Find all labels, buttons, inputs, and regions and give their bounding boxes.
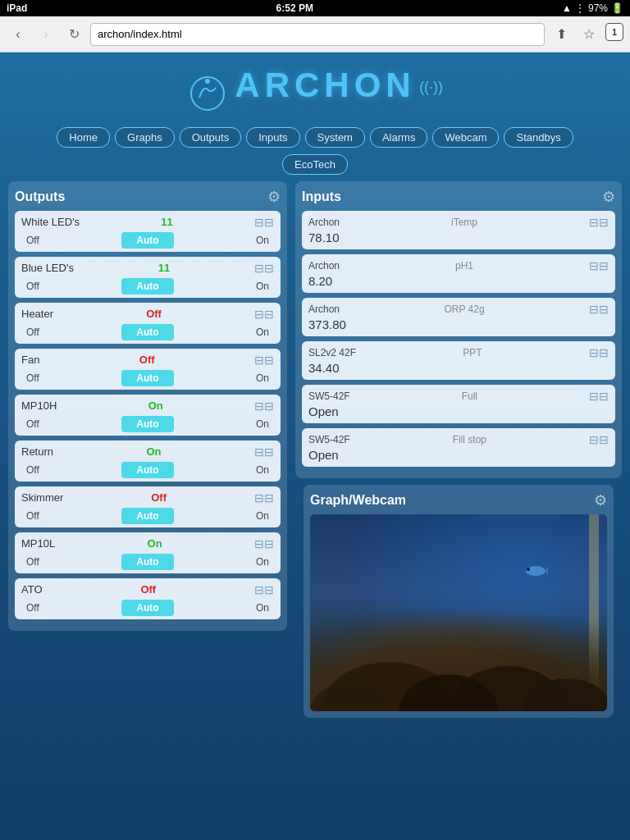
back-button[interactable]: ‹ <box>7 23 30 46</box>
input-type-ph1: pH1 <box>455 260 473 272</box>
main-content: Outputs ⚙ White LED's 11 ⊟⊟ Off Auto On <box>0 181 630 718</box>
off-btn-heater[interactable]: Off <box>21 325 44 340</box>
nav-system[interactable]: System <box>305 127 365 148</box>
auto-btn-skimmer[interactable]: Auto <box>121 508 173 524</box>
outputs-gear-icon[interactable]: ⚙ <box>267 188 281 206</box>
forward-button[interactable]: › <box>34 23 57 46</box>
off-btn-return[interactable]: Off <box>21 463 44 477</box>
tab-count[interactable]: 1 <box>605 23 623 41</box>
off-btn-mp10h[interactable]: Off <box>21 417 44 431</box>
off-btn-mp10l[interactable]: Off <box>21 555 44 569</box>
input-source-itemp: Archon <box>308 217 340 228</box>
input-source-ppt: SL2v2 42F <box>308 347 356 358</box>
graph-gear-icon[interactable]: ⚙ <box>594 491 607 509</box>
on-btn-mp10h[interactable]: On <box>251 417 274 431</box>
auto-btn-mp10l[interactable]: Auto <box>121 554 173 570</box>
battery-icon: 🔋 <box>611 2 623 14</box>
bookmark-button[interactable]: ☆ <box>578 23 600 46</box>
outputs-panel: Outputs ⚙ White LED's 11 ⊟⊟ Off Auto On <box>8 181 287 631</box>
nav-graphs[interactable]: Graphs <box>115 127 175 148</box>
input-card-ph1: Archon pH1 ⊟⊟ 8.20 <box>302 254 615 293</box>
filter-icon-mp10l: ⊟⊟ <box>254 537 274 550</box>
on-btn-mp10l[interactable]: On <box>251 555 274 569</box>
auto-btn-blue-leds[interactable]: Auto <box>121 278 173 294</box>
input-card-full: SW5-42F Full ⊟⊟ Open <box>302 385 615 423</box>
svg-point-4 <box>527 568 530 571</box>
inputs-gear-icon[interactable]: ⚙ <box>602 188 615 206</box>
on-btn-heater[interactable]: On <box>251 325 274 340</box>
input-value-ph1: 8.20 <box>308 272 609 288</box>
nav-webcam[interactable]: Webcam <box>432 127 499 148</box>
graph-title: Graph/Webcam <box>310 493 406 508</box>
filter-icon-mp10h: ⊟⊟ <box>254 399 274 413</box>
input-value-itemp: 78.10 <box>308 229 609 244</box>
device-status-mp10l: On <box>148 537 162 550</box>
device-card-heater: Heater Off ⊟⊟ Off Auto On <box>15 303 281 344</box>
auto-btn-fan[interactable]: Auto <box>121 370 173 386</box>
device-name-heater: Heater <box>21 308 53 320</box>
filter-icon-itemp: ⊟⊟ <box>589 216 609 229</box>
aquarium-fish <box>523 564 548 581</box>
input-type-fillstop: Fill stop <box>453 434 486 445</box>
filter-icon-full: ⊟⊟ <box>589 390 609 403</box>
filter-icon-fan: ⊟⊟ <box>254 354 274 367</box>
nav-alarms[interactable]: Alarms <box>370 127 427 148</box>
nav-home[interactable]: Home <box>57 127 110 148</box>
input-value-full: Open <box>308 403 609 418</box>
logo-icon <box>187 73 228 114</box>
nav-outputs[interactable]: Outputs <box>180 127 242 148</box>
graph-header: Graph/Webcam ⚙ <box>310 491 607 509</box>
input-source-full: SW5-42F <box>308 390 350 402</box>
device-name-return: Return <box>21 445 53 458</box>
nav-standbys[interactable]: Standbys <box>504 127 573 148</box>
auto-btn-heater[interactable]: Auto <box>121 324 173 340</box>
nav-inputs[interactable]: Inputs <box>246 127 299 148</box>
device-name-white-leds: White LED's <box>21 216 80 228</box>
off-btn-white-leds[interactable]: Off <box>21 233 44 248</box>
status-carrier: iPad <box>7 2 27 14</box>
on-btn-blue-leds[interactable]: On <box>251 279 274 294</box>
logo-area: ARCHON ((·)) <box>0 52 630 121</box>
svg-marker-3 <box>546 566 548 576</box>
device-status-white-leds: 11 <box>161 216 172 228</box>
device-card-fan: Fan Off ⊟⊟ Off Auto On <box>15 349 281 390</box>
reload-button[interactable]: ↻ <box>62 23 85 46</box>
device-name-mp10h: MP10H <box>21 399 57 412</box>
coral-svg <box>310 596 607 711</box>
off-btn-ato[interactable]: Off <box>21 600 44 615</box>
input-card-ppt: SL2v2 42F PPT ⊟⊟ 34.40 <box>302 341 615 380</box>
nav-ecotech[interactable]: EcoTech <box>282 154 348 175</box>
device-status-return: On <box>146 445 161 458</box>
device-status-fan: Off <box>139 354 155 366</box>
input-source-orp: Archon <box>308 304 340 315</box>
on-btn-skimmer[interactable]: On <box>251 509 274 523</box>
on-btn-white-leds[interactable]: On <box>251 233 274 248</box>
on-btn-fan[interactable]: On <box>251 371 274 386</box>
on-btn-ato[interactable]: On <box>251 600 274 615</box>
outputs-title: Outputs <box>15 189 65 204</box>
share-button[interactable]: ⬆ <box>550 23 573 46</box>
auto-btn-ato[interactable]: Auto <box>121 600 173 616</box>
off-btn-blue-leds[interactable]: Off <box>21 279 44 294</box>
graph-webcam-panel: Graph/Webcam ⚙ <box>304 485 614 718</box>
device-name-mp10l: MP10L <box>21 537 55 550</box>
url-bar[interactable] <box>90 23 545 46</box>
device-name-ato: ATO <box>21 583 43 596</box>
on-btn-return[interactable]: On <box>251 463 274 477</box>
auto-btn-white-leds[interactable]: Auto <box>121 232 173 249</box>
auto-btn-return[interactable]: Auto <box>121 462 173 478</box>
off-btn-skimmer[interactable]: Off <box>21 509 44 523</box>
filter-icon-skimmer: ⊟⊟ <box>254 491 274 504</box>
signal-icon: ▲ <box>562 2 572 14</box>
device-card-white-leds: White LED's 11 ⊟⊟ Off Auto On <box>15 211 281 252</box>
filter-icon-ph1: ⊟⊟ <box>589 259 609 272</box>
inputs-panel: Inputs ⚙ Archon iTemp ⊟⊟ 78.10 Archon <box>295 181 622 478</box>
svg-point-1 <box>205 79 210 84</box>
input-card-orp: Archon ORP 42g ⊟⊟ 373.80 <box>302 298 615 336</box>
wifi-icon: ⋮ <box>575 2 585 14</box>
auto-btn-mp10h[interactable]: Auto <box>121 416 173 432</box>
off-btn-fan[interactable]: Off <box>21 371 44 386</box>
input-card-fillstop: SW5-42F Fill stop ⊟⊟ Open <box>302 428 615 467</box>
device-status-mp10h: On <box>148 399 163 412</box>
nav-bar2: EcoTech <box>0 151 630 181</box>
